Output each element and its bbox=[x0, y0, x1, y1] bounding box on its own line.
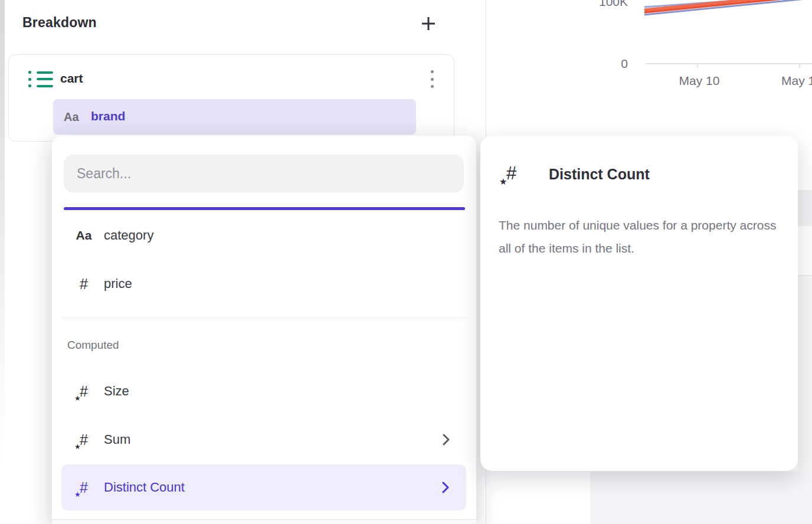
x-axis-tick-may10: May 10 bbox=[673, 74, 726, 88]
dropdown-item-label: Size bbox=[104, 384, 129, 399]
computed-number-icon: #★ bbox=[80, 480, 88, 495]
tooltip-title: Distinct Count bbox=[549, 166, 650, 183]
text-type-icon: Aa bbox=[76, 228, 92, 243]
computed-number-icon: #★ bbox=[506, 164, 516, 182]
property-dropdown: Aa category # price Computed #★ Size #★ … bbox=[52, 136, 476, 524]
tooltip-description: The number of unique values for a proper… bbox=[499, 214, 785, 260]
dropdown-item-label: category bbox=[104, 228, 153, 243]
kebab-menu-button[interactable] bbox=[426, 68, 438, 90]
dropdown-divider bbox=[61, 317, 467, 318]
search-input[interactable] bbox=[64, 155, 464, 192]
dropdown-item-label: Sum bbox=[104, 432, 130, 447]
chevron-right-icon bbox=[441, 481, 450, 494]
panel-edge-shadow bbox=[0, 0, 5, 524]
add-breakdown-button[interactable] bbox=[417, 12, 440, 35]
search-box bbox=[64, 155, 464, 192]
dropdown-item-sum[interactable]: #★ Sum bbox=[52, 417, 476, 463]
selected-property-name: brand bbox=[91, 109, 125, 123]
line-chart: 100K 0 May 10 May 1 bbox=[486, 0, 812, 94]
dropdown-item-label: price bbox=[104, 276, 132, 292]
table-bottom-region bbox=[590, 471, 812, 524]
dropdown-item-size[interactable]: #★ Size bbox=[52, 368, 476, 414]
table-row-edge bbox=[798, 190, 812, 226]
computed-number-icon: #★ bbox=[80, 384, 88, 399]
computed-number-icon: #★ bbox=[80, 433, 88, 447]
dropdown-footer bbox=[52, 520, 476, 524]
y-axis-tick-100k: 100K bbox=[584, 0, 628, 9]
dropdown-item-price[interactable]: # price bbox=[52, 261, 476, 307]
computed-section-label: Computed bbox=[67, 339, 119, 352]
chevron-right-icon bbox=[442, 433, 450, 446]
breakdown-title: Breakdown bbox=[22, 15, 97, 31]
x-axis-tick-may1: May 1 bbox=[781, 74, 812, 88]
text-type-icon: Aa bbox=[64, 110, 79, 124]
table-section-edge bbox=[798, 276, 812, 471]
list-property-name: cart bbox=[60, 71, 83, 86]
app-canvas: 100K 0 May 10 May 1 Breakdown cart Aa br… bbox=[0, 0, 812, 524]
number-type-icon: # bbox=[80, 276, 88, 293]
y-axis-tick-0: 0 bbox=[584, 57, 628, 71]
plus-icon bbox=[420, 15, 437, 32]
dropdown-item-distinct-count[interactable]: #★ Distinct Count bbox=[61, 464, 466, 510]
property-details-tooltip: #★ Distinct Count The number of unique v… bbox=[480, 136, 798, 471]
dropdown-item-category[interactable]: Aa category bbox=[52, 212, 476, 258]
active-tab-indicator bbox=[64, 207, 465, 210]
chart-lines bbox=[486, 0, 812, 94]
list-icon bbox=[28, 71, 53, 87]
dropdown-item-label: Distinct Count bbox=[104, 480, 185, 495]
